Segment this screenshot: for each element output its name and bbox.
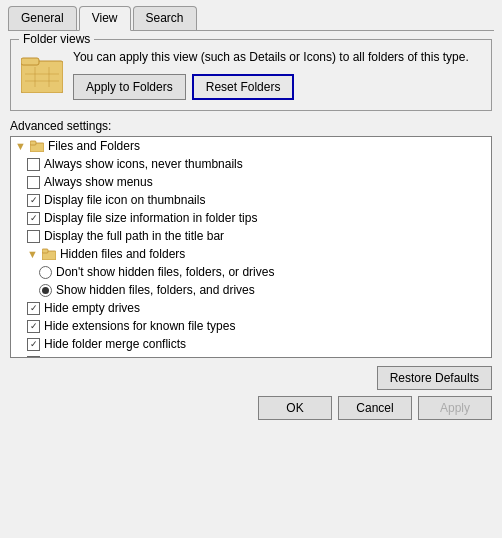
expand-icon-hidden: ▼ <box>27 248 38 260</box>
svg-rect-7 <box>30 141 36 145</box>
list-item: Display the full path in the title bar <box>11 227 491 245</box>
list-item: Don't show hidden files, folders, or dri… <box>11 263 491 281</box>
files-and-folders-label: Files and Folders <box>48 139 140 153</box>
svg-rect-1 <box>21 58 39 65</box>
folder-views-buttons: Apply to Folders Reset Folders <box>73 74 469 100</box>
list-item: Always show icons, never thumbnails <box>11 155 491 173</box>
restore-defaults-button[interactable]: Restore Defaults <box>377 366 492 390</box>
list-item: Always show menus <box>11 173 491 191</box>
action-buttons: OK Cancel Apply <box>10 396 492 424</box>
folder-hidden-icon <box>42 248 56 260</box>
tree-folder-hidden-files: ▼ Hidden files and folders <box>11 245 491 263</box>
folder-views-description: You can apply this view (such as Details… <box>73 48 469 66</box>
hide-extensions-label: Hide extensions for known file types <box>44 319 235 333</box>
tab-general[interactable]: General <box>8 6 77 30</box>
checkbox-always-show-menus[interactable] <box>27 176 40 189</box>
advanced-label: Advanced settings: <box>10 119 492 133</box>
tab-content: Folder views You can <box>0 31 502 538</box>
display-file-size-label: Display file size information in folder … <box>44 211 257 225</box>
list-item: Hide protected operating system files (R… <box>11 353 491 357</box>
list-item: Hide folder merge conflicts <box>11 335 491 353</box>
dialog: General View Search Folder views <box>0 0 502 538</box>
list-item: Display file icon on thumbnails <box>11 191 491 209</box>
restore-row: Restore Defaults <box>10 366 492 390</box>
hide-protected-label: Hide protected operating system files (R… <box>44 355 334 357</box>
folder-views-title: Folder views <box>19 32 94 46</box>
list-item: Display file size information in folder … <box>11 209 491 227</box>
checkbox-display-full-path[interactable] <box>27 230 40 243</box>
tab-search[interactable]: Search <box>133 6 197 30</box>
tree-scroll[interactable]: ▼ Files and Folders Always show icons, n… <box>11 137 491 357</box>
tree-box: ▼ Files and Folders Always show icons, n… <box>10 136 492 358</box>
hide-empty-drives-label: Hide empty drives <box>44 301 140 315</box>
list-item: Hide extensions for known file types <box>11 317 491 335</box>
list-item: Hide empty drives <box>11 299 491 317</box>
apply-to-folders-button[interactable]: Apply to Folders <box>73 74 186 100</box>
reset-folders-button[interactable]: Reset Folders <box>192 74 295 100</box>
checkbox-always-show-icons[interactable] <box>27 158 40 171</box>
checkbox-display-file-icon[interactable] <box>27 194 40 207</box>
checkbox-hide-empty-drives[interactable] <box>27 302 40 315</box>
checkbox-hide-folder-merge[interactable] <box>27 338 40 351</box>
checkbox-hide-protected[interactable] <box>27 356 40 358</box>
radio-dont-show[interactable] <box>39 266 52 279</box>
expand-icon: ▼ <box>15 140 26 152</box>
folder-views-content: You can apply this view (such as Details… <box>21 48 481 100</box>
radio-show-hidden[interactable] <box>39 284 52 297</box>
always-show-menus-label: Always show menus <box>44 175 153 189</box>
folder-icon <box>21 53 63 95</box>
ok-button[interactable]: OK <box>258 396 332 420</box>
display-full-path-label: Display the full path in the title bar <box>44 229 224 243</box>
checkbox-display-file-size[interactable] <box>27 212 40 225</box>
folder-small-icon <box>30 140 44 152</box>
svg-rect-9 <box>42 249 48 253</box>
dont-show-label: Don't show hidden files, folders, or dri… <box>56 265 274 279</box>
folder-views-section: Folder views You can <box>10 39 492 111</box>
display-file-icon-label: Display file icon on thumbnails <box>44 193 205 207</box>
svg-rect-0 <box>21 61 63 93</box>
tree-folder-files-and-folders: ▼ Files and Folders <box>11 137 491 155</box>
bottom-section: Restore Defaults OK Cancel Apply <box>10 366 492 424</box>
hidden-files-label: Hidden files and folders <box>60 247 185 261</box>
checkbox-hide-extensions[interactable] <box>27 320 40 333</box>
show-hidden-label: Show hidden files, folders, and drives <box>56 283 255 297</box>
list-item: Show hidden files, folders, and drives <box>11 281 491 299</box>
advanced-settings-area: Advanced settings: ▼ Files and Folders <box>10 119 492 358</box>
cancel-button[interactable]: Cancel <box>338 396 412 420</box>
tabs-bar: General View Search <box>0 0 502 30</box>
hide-folder-merge-label: Hide folder merge conflicts <box>44 337 186 351</box>
always-show-icons-label: Always show icons, never thumbnails <box>44 157 243 171</box>
folder-views-desc-area: You can apply this view (such as Details… <box>73 48 469 100</box>
apply-button[interactable]: Apply <box>418 396 492 420</box>
tab-view[interactable]: View <box>79 6 131 31</box>
